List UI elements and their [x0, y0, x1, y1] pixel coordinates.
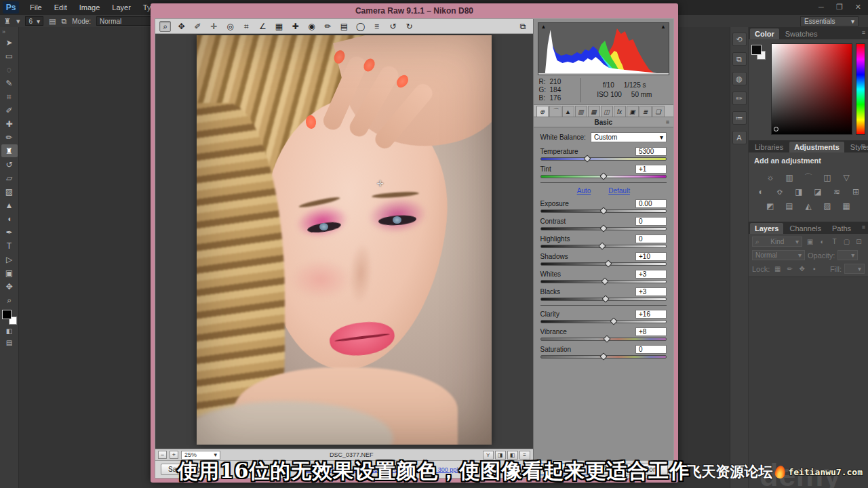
- tab-split-toning[interactable]: ▦: [588, 106, 600, 117]
- preferences-icon[interactable]: ≡: [371, 21, 382, 32]
- slider-track-vibrance[interactable]: [540, 338, 667, 341]
- lock-position-icon[interactable]: ✥: [797, 265, 807, 272]
- hue-strip[interactable]: [856, 43, 865, 135]
- hue-saturation-icon[interactable]: ◐: [755, 186, 768, 197]
- move-tool[interactable]: ➤: [1, 36, 18, 49]
- clone-source-panel-icon[interactable]: ⧉: [732, 52, 747, 66]
- slider-thumb-highlights[interactable]: [598, 242, 606, 249]
- lasso-tool[interactable]: ◌: [1, 63, 18, 76]
- slider-track-whites[interactable]: [540, 280, 667, 283]
- tab-swatches[interactable]: Swatches: [781, 28, 823, 39]
- slider-thumb-tint[interactable]: [599, 172, 607, 180]
- value-box-contrast[interactable]: 0: [635, 217, 667, 226]
- transform-tool-icon[interactable]: ▦: [273, 21, 285, 32]
- slider-thumb-vibrance[interactable]: [604, 335, 611, 342]
- slider-thumb-clarity[interactable]: [610, 317, 617, 325]
- highlight-clipping-warning-icon[interactable]: ▲: [659, 24, 667, 30]
- slider-track-highlights[interactable]: [540, 245, 667, 248]
- brightness-contrast-icon[interactable]: ☼: [764, 172, 777, 183]
- shadow-clipping-warning-icon[interactable]: ▲: [540, 24, 548, 30]
- straighten-tool-icon[interactable]: ∠: [257, 21, 269, 32]
- filter-pixel-layers-icon[interactable]: ▣: [805, 238, 815, 245]
- slider-thumb-contrast[interactable]: [599, 224, 607, 232]
- brush-tool[interactable]: ✏: [1, 131, 18, 144]
- character-panel-icon[interactable]: A: [732, 131, 747, 144]
- white-balance-tool-icon[interactable]: ✐: [192, 21, 203, 32]
- foreground-swatch[interactable]: [2, 310, 12, 319]
- tab-hsl-grayscale[interactable]: ▥: [575, 106, 587, 117]
- opacity-select[interactable]: ▾: [837, 250, 858, 260]
- default-link[interactable]: Default: [608, 187, 630, 195]
- menu-image[interactable]: Image: [78, 3, 102, 12]
- rotate-left-icon[interactable]: ↺: [387, 21, 399, 32]
- auto-link[interactable]: Auto: [577, 187, 591, 195]
- eraser-tool[interactable]: ▱: [1, 171, 18, 184]
- tab-lens-corrections[interactable]: ◫: [601, 106, 613, 117]
- slider-thumb-exposure[interactable]: [599, 207, 607, 214]
- tab-basic[interactable]: ⊛: [536, 106, 549, 117]
- value-box-temperature[interactable]: 5300: [635, 147, 667, 156]
- filter-type-layers-icon[interactable]: T: [829, 238, 840, 245]
- curves-icon[interactable]: ⌒: [802, 172, 815, 183]
- posterize-icon[interactable]: ▤: [783, 201, 796, 211]
- color-lookup-icon[interactable]: ⊞: [850, 186, 863, 197]
- value-box-exposure[interactable]: 0.00: [635, 199, 667, 208]
- restore-button[interactable]: ❐: [836, 3, 843, 12]
- histogram[interactable]: ▲ ▲: [538, 22, 669, 75]
- slider-track-contrast[interactable]: [540, 227, 667, 230]
- tab-paths[interactable]: Paths: [827, 223, 856, 234]
- slider-track-exposure[interactable]: [540, 209, 667, 213]
- brush-size-picker[interactable]: 6 ▾: [25, 16, 43, 26]
- white-balance-select[interactable]: Custom ▾: [591, 132, 667, 142]
- slider-track-temperature[interactable]: [540, 157, 667, 161]
- foreground-color-swatch[interactable]: [751, 45, 762, 55]
- tab-snapshots[interactable]: ❏: [652, 106, 665, 117]
- screen-mode-icon[interactable]: ▤: [1, 337, 18, 348]
- tool-preset-caret-icon[interactable]: ▾: [16, 17, 20, 26]
- filter-adjustment-layers-icon[interactable]: ◐: [817, 238, 827, 245]
- hand-tool-icon[interactable]: ✥: [176, 21, 187, 32]
- tab-libraries[interactable]: Libraries: [750, 142, 788, 152]
- slider-track-blacks[interactable]: [540, 298, 667, 301]
- history-brush-tool[interactable]: ↺: [1, 158, 18, 171]
- slider-thumb-temperature[interactable]: [583, 155, 591, 162]
- value-box-blacks[interactable]: +3: [635, 287, 667, 296]
- lock-all-icon[interactable]: ▪: [809, 265, 819, 272]
- gradient-tool[interactable]: ▨: [1, 185, 18, 198]
- crop-tool-icon[interactable]: ⌗: [241, 21, 252, 32]
- toggle-brush-panel-icon[interactable]: ▤: [49, 17, 56, 26]
- slider-track-shadows[interactable]: [540, 262, 667, 266]
- panel-menu-icon[interactable]: ≡: [862, 224, 865, 230]
- red-eye-tool-icon[interactable]: ◉: [306, 21, 317, 32]
- value-box-saturation[interactable]: 0: [635, 345, 667, 354]
- menu-edit[interactable]: Edit: [53, 3, 68, 12]
- tab-layers[interactable]: Layers: [750, 223, 783, 234]
- invert-icon[interactable]: ◩: [764, 201, 777, 211]
- photo-canvas[interactable]: ✛: [197, 35, 492, 445]
- filter-smart-objects-icon[interactable]: ⊡: [854, 238, 864, 245]
- tab-adjustments[interactable]: Adjustments: [789, 142, 844, 152]
- spot-removal-tool-icon[interactable]: ✚: [290, 21, 301, 32]
- exposure-icon[interactable]: ◫: [821, 172, 834, 183]
- saturation-brightness-field[interactable]: [771, 43, 852, 135]
- vibrance-icon[interactable]: ▽: [840, 172, 853, 183]
- brush-settings-panel-icon[interactable]: ✏: [732, 92, 747, 105]
- slider-track-saturation[interactable]: [540, 355, 667, 359]
- value-box-shadows[interactable]: +10: [635, 252, 667, 261]
- workspace-select[interactable]: Essentials ▾: [800, 16, 859, 26]
- rotate-right-icon[interactable]: ↻: [403, 21, 415, 32]
- slider-track-tint[interactable]: [540, 175, 667, 178]
- pen-tool[interactable]: ✒: [1, 226, 18, 239]
- selective-color-icon[interactable]: ▦: [840, 201, 853, 211]
- mode-select[interactable]: Normal ▾: [96, 16, 159, 26]
- tab-presets[interactable]: ≣: [639, 106, 652, 117]
- type-tool[interactable]: T: [1, 239, 18, 252]
- tab-channels[interactable]: Channels: [785, 223, 825, 234]
- tab-effects[interactable]: fx: [614, 106, 626, 117]
- photo-filter-icon[interactable]: ◪: [812, 186, 825, 197]
- menu-layer[interactable]: Layer: [111, 3, 132, 12]
- targeted-adjustment-tool-icon[interactable]: ◎: [224, 21, 236, 32]
- layer-filter-kind-select[interactable]: ⌕ Kind ▾: [752, 237, 802, 247]
- zoom-tool[interactable]: ⌕: [1, 293, 18, 306]
- color-balance-icon[interactable]: ≎: [774, 186, 787, 197]
